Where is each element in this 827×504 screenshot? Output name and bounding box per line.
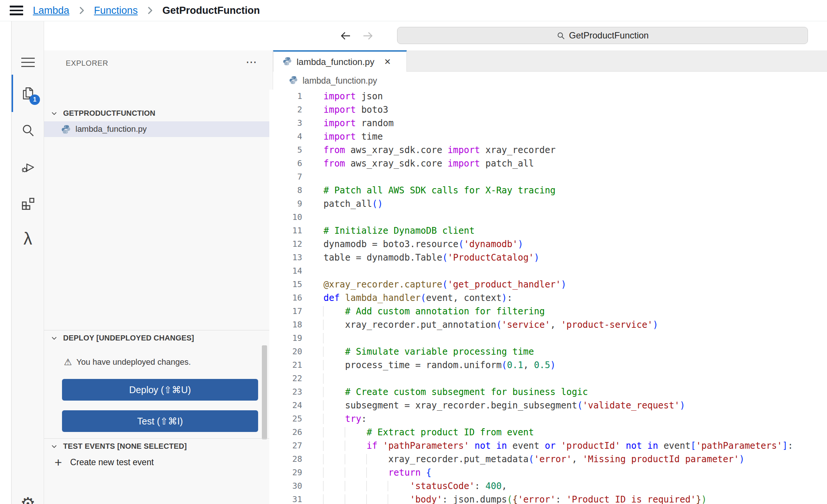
python-file-icon — [61, 124, 71, 136]
code-line[interactable]: 24 subsegment = xray_recorder.begin_subs… — [269, 399, 827, 412]
search-value: GetProductFunction — [569, 30, 648, 41]
back-arrow-icon[interactable] — [339, 29, 352, 44]
code-line[interactable]: 16def lambda_handler(event, context): — [269, 291, 827, 305]
more-actions-icon[interactable]: ⋯ — [246, 55, 257, 68]
section-root-folder[interactable]: GETPRODUCTFUNCTION — [44, 106, 273, 121]
code-line[interactable]: 31 'body': json.dumps({'error': 'Product… — [269, 493, 827, 504]
console-menu-icon[interactable] — [10, 6, 23, 15]
code-line[interactable]: 17 # Add custom annotation for filtering — [269, 305, 827, 318]
code-line[interactable]: 13table = dynamodb.Table('ProductCatalog… — [269, 251, 827, 264]
test-button[interactable]: Test (⇧⌘I) — [62, 410, 258, 432]
code-line[interactable]: 9patch_all() — [269, 197, 827, 211]
forward-arrow-icon[interactable] — [362, 29, 374, 44]
undeployed-warning: ⚠ You have undeployed changes. — [64, 357, 191, 367]
code-text: return { — [323, 466, 431, 479]
create-test-event-button[interactable]: + Create new test event — [55, 456, 154, 469]
line-number: 26 — [269, 426, 302, 439]
code-text: # Patch all AWS SDK calls for X-Ray trac… — [323, 184, 555, 197]
code-line[interactable]: 7 — [269, 170, 827, 184]
chevron-right-icon — [148, 6, 153, 15]
line-number: 12 — [269, 237, 302, 251]
unsaved-count-badge: 1 — [30, 94, 40, 105]
code-text: def lambda_handler(event, context): — [323, 291, 512, 305]
line-number: 24 — [269, 399, 302, 412]
editor-breadcrumb[interactable]: lambda_function.py — [273, 72, 827, 90]
code-text: @xray_recorder.capture('get_product_hand… — [323, 278, 566, 291]
section-test-events[interactable]: TEST EVENTS [NONE SELECTED] — [44, 439, 273, 454]
code-editor-shell: 1 λ ⚙ — [11, 21, 827, 504]
explorer-title: EXPLORER — [66, 59, 108, 68]
line-number: 2 — [269, 103, 302, 116]
code-text: try: — [323, 412, 367, 426]
code-line[interactable]: 5from aws_xray_sdk.core import xray_reco… — [269, 143, 827, 157]
code-text: process_time = random.uniform(0.1, 0.5) — [323, 358, 555, 372]
editor-menu-icon[interactable] — [12, 56, 44, 69]
code-text: xray_recorder.put_annotation('service', … — [323, 318, 658, 332]
code-line[interactable]: 23 # Create custom subsegment for busine… — [269, 385, 827, 399]
code-line[interactable]: 12dynamodb = boto3.resource('dynamodb') — [269, 237, 827, 251]
code-lines[interactable]: 1import json2import boto33import random4… — [269, 90, 827, 504]
line-number: 20 — [269, 345, 302, 358]
code-line[interactable]: 8# Patch all AWS SDK calls for X-Ray tra… — [269, 184, 827, 197]
line-number: 25 — [269, 412, 302, 426]
code-line[interactable]: 20 # Simulate variable processing time — [269, 345, 827, 358]
breadcrumb-lambda-link[interactable]: Lambda — [33, 5, 69, 16]
code-line[interactable]: 29 return { — [269, 466, 827, 479]
code-line[interactable]: 21 process_time = random.uniform(0.1, 0.… — [269, 358, 827, 372]
run-debug-view-icon[interactable] — [12, 159, 44, 175]
line-number: 22 — [269, 372, 302, 385]
line-number: 29 — [269, 466, 302, 479]
line-number: 13 — [269, 251, 302, 264]
code-text: from aws_xray_sdk.core import patch_all — [323, 157, 534, 170]
line-number: 30 — [269, 479, 302, 493]
code-line[interactable]: 18 xray_recorder.put_annotation('service… — [269, 318, 827, 332]
code-line[interactable]: 1import json — [269, 90, 827, 103]
code-text: import random — [323, 116, 394, 130]
line-number: 14 — [269, 264, 302, 278]
code-line[interactable]: 22 — [269, 372, 827, 385]
breadcrumb-functions-link[interactable]: Functions — [94, 5, 138, 16]
line-number: 21 — [269, 358, 302, 372]
code-line[interactable]: 25 try: — [269, 412, 827, 426]
line-number: 15 — [269, 278, 302, 291]
code-line[interactable]: 2import boto3 — [269, 103, 827, 116]
code-line[interactable]: 6from aws_xray_sdk.core import patch_all — [269, 157, 827, 170]
code-text: # Simulate variable processing time — [323, 345, 534, 358]
deploy-button[interactable]: Deploy (⇧⌘U) — [62, 379, 258, 401]
code-text: patch_all() — [323, 197, 383, 211]
code-line[interactable]: 10 — [269, 211, 827, 224]
code-line[interactable]: 28 xray_recorder.put_metadata('error', '… — [269, 452, 827, 466]
command-search-input[interactable]: GetProductFunction — [397, 27, 808, 44]
search-view-icon[interactable] — [12, 123, 44, 138]
code-line[interactable]: 19 — [269, 332, 827, 345]
explorer-scrollbar[interactable] — [262, 345, 267, 439]
code-text: import time — [323, 130, 383, 143]
close-icon[interactable]: ✕ — [384, 57, 391, 67]
code-line[interactable]: 15@xray_recorder.capture('get_product_ha… — [269, 278, 827, 291]
code-line[interactable]: 3import random — [269, 116, 827, 130]
editor-breadcrumb-label: lambda_function.py — [303, 76, 377, 86]
code-line[interactable]: 14 — [269, 264, 827, 278]
code-line[interactable]: 11# Initialize DynamoDB client — [269, 224, 827, 237]
code-line[interactable]: 4import time — [269, 130, 827, 143]
breadcrumb-current: GetProductFunction — [162, 5, 260, 16]
code-text: table = dynamodb.Table('ProductCatalog') — [323, 251, 539, 264]
file-item-lambda-function[interactable]: lambda_function.py — [44, 121, 273, 137]
extensions-view-icon[interactable] — [12, 196, 44, 212]
line-number: 6 — [269, 157, 302, 170]
code-line[interactable]: 30 'statusCode': 400, — [269, 479, 827, 493]
line-number: 4 — [269, 130, 302, 143]
line-number: 16 — [269, 291, 302, 305]
code-line[interactable]: 27 if 'pathParameters' not in event or '… — [269, 439, 827, 452]
code-text: subsegment = xray_recorder.begin_subsegm… — [323, 399, 685, 412]
tab-lambda-function[interactable]: lambda_function.py ✕ — [273, 50, 407, 72]
warning-text: You have undeployed changes. — [77, 357, 191, 367]
code-text: import json — [323, 90, 383, 103]
gear-icon[interactable]: ⚙ — [12, 495, 44, 504]
code-line[interactable]: 26 # Extract product ID from event — [269, 426, 827, 439]
lambda-view-icon[interactable]: λ — [12, 230, 44, 248]
line-number: 31 — [269, 493, 302, 504]
section-deploy[interactable]: DEPLOY [UNDEPLOYED CHANGES] — [44, 331, 273, 346]
line-number: 7 — [269, 170, 302, 184]
warning-icon: ⚠ — [64, 357, 72, 367]
